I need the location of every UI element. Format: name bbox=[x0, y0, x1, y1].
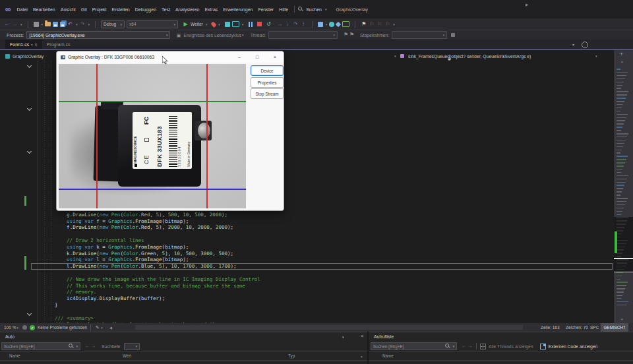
chevron-down-icon[interactable]: ▾ bbox=[326, 22, 328, 26]
chevron-down-icon[interactable]: ▾ bbox=[595, 54, 597, 58]
undo-icon[interactable]: ↶ bbox=[67, 20, 73, 28]
flag-icon[interactable]: ⚑ bbox=[343, 32, 349, 39]
thread-dropdown[interactable]: ▾ bbox=[268, 31, 338, 39]
show-all-threads-button[interactable]: Alle Threads anzeigen bbox=[489, 344, 533, 349]
settings-gear-icon[interactable] bbox=[582, 42, 588, 48]
code-line[interactable]: ic4Display.DisplayBuffer(buffer); bbox=[31, 295, 613, 302]
code-line[interactable]: // memory. bbox=[31, 289, 613, 295]
code-line[interactable] bbox=[31, 309, 613, 315]
scroll-up-icon[interactable]: ▴ bbox=[361, 354, 363, 358]
code-line[interactable]: /// <summary> bbox=[31, 315, 613, 322]
column-name[interactable]: Name bbox=[9, 353, 20, 358]
tab-form1cs[interactable]: Form1.cs ● × bbox=[5, 40, 42, 49]
cursor-tool-icon[interactable] bbox=[336, 21, 341, 26]
close-icon[interactable]: × bbox=[35, 42, 38, 47]
code-line[interactable]: f.DrawLine(new Pen(Color.Red, 5), 2000, … bbox=[31, 224, 613, 231]
menu-projekt[interactable]: Projekt bbox=[90, 7, 109, 12]
menu-extras[interactable]: Extras bbox=[202, 7, 220, 12]
callstack-panel-header[interactable]: Aufrufliste bbox=[369, 332, 633, 341]
bookmark-icon[interactable]: ⚑ bbox=[361, 20, 367, 28]
forward-icon[interactable]: → bbox=[90, 343, 96, 350]
lifecycle-events-icon[interactable]: ▣ bbox=[175, 32, 181, 39]
flag-threads-icon[interactable]: ⚑ bbox=[349, 32, 355, 39]
code-line[interactable]: using var k = Graphics.FromImage(bitmap)… bbox=[31, 244, 613, 251]
scroll-right-icon[interactable]: ▶ bbox=[526, 0, 528, 9]
graphic-overlay-window[interactable]: Graphic Overlay : DFK 33GP006 06610063 –… bbox=[56, 51, 284, 211]
menu-erstellen[interactable]: Erstellen bbox=[109, 7, 132, 12]
restart-icon[interactable]: ↺ bbox=[266, 20, 272, 28]
minimap[interactable]: + ▴ ▾ bbox=[614, 50, 633, 323]
save-icon[interactable] bbox=[53, 22, 58, 27]
breadcrumb-project[interactable]: GraphicOverlay bbox=[13, 54, 44, 59]
lifecycle-events-dropdown[interactable]: Ereignisse des Lebenszyklus bbox=[183, 33, 241, 38]
menu-ansicht[interactable]: Ansicht bbox=[58, 7, 78, 12]
tab-programcs[interactable]: Program.cs bbox=[42, 40, 75, 49]
minimize-icon[interactable]: – bbox=[233, 53, 245, 61]
menu-test[interactable]: Test bbox=[159, 7, 173, 12]
step-over-icon[interactable]: ↷ bbox=[293, 20, 299, 28]
app-window-icon[interactable] bbox=[225, 22, 230, 27]
continue-play-icon[interactable]: ▶ bbox=[183, 20, 189, 28]
horizontal-scrollbar[interactable] bbox=[135, 325, 523, 330]
chevron-down-icon[interactable]: ▾ bbox=[342, 335, 344, 339]
code-line[interactable]: // This works fine, because buffer and b… bbox=[31, 283, 613, 289]
code-line[interactable]: using var l = Graphics.FromImage(bitmap)… bbox=[31, 257, 613, 263]
chevron-down-icon[interactable]: ▾ bbox=[218, 22, 220, 26]
scroll-left-icon[interactable]: ◀ bbox=[109, 326, 112, 330]
menu-hilfe[interactable]: Hilfe bbox=[276, 7, 291, 12]
stackframe-dropdown[interactable]: ▾ bbox=[392, 31, 447, 39]
show-next-statement-icon[interactable]: → bbox=[277, 20, 283, 28]
code-line[interactable]: // Draw 2 horizontal lines bbox=[31, 237, 613, 244]
chevron-down-icon[interactable]: ▾ bbox=[42, 22, 44, 26]
chevron-down-icon[interactable]: ▾ bbox=[16, 326, 18, 330]
fold-chevron-icon[interactable] bbox=[27, 106, 32, 111]
code-line[interactable] bbox=[31, 270, 613, 276]
shield-icon[interactable] bbox=[329, 22, 334, 27]
camera-live-view[interactable]: IMAGINGSOURCE CE FC DFK 33UX183 33910094… bbox=[59, 64, 246, 208]
maximize-icon[interactable]: □ bbox=[251, 53, 263, 61]
forward-icon[interactable]: → bbox=[467, 343, 473, 350]
visual-studio-logo-icon[interactable]: ∞ bbox=[5, 0, 11, 18]
column-name[interactable]: Name bbox=[382, 353, 394, 358]
search-depth-dropdown[interactable]: ▾ bbox=[124, 343, 140, 350]
code-line[interactable]: g.DrawLine(new Pen(Color.Red, 5), 500, 1… bbox=[31, 212, 613, 218]
platform-dropdown[interactable]: x64▾ bbox=[127, 20, 178, 28]
chevron-down-icon[interactable]: ▾ bbox=[20, 22, 22, 26]
nav-back-icon[interactable]: ← bbox=[4, 20, 10, 28]
new-item-icon[interactable] bbox=[34, 22, 39, 27]
menu-git[interactable]: Git bbox=[78, 7, 90, 12]
open-folder-icon[interactable] bbox=[45, 22, 51, 26]
show-external-code-button[interactable]: Externen Code anzeigen bbox=[549, 344, 598, 349]
overlay-window-titlebar[interactable]: Graphic Overlay : DFK 33GP006 06610063 bbox=[57, 51, 284, 63]
close-icon[interactable]: × bbox=[269, 53, 281, 61]
device-button[interactable]: Device bbox=[251, 65, 284, 76]
chevron-down-icon[interactable]: ▾ bbox=[76, 22, 78, 26]
properties-button[interactable]: Properties bbox=[251, 77, 284, 88]
stop-debugging-icon[interactable] bbox=[257, 22, 262, 26]
step-out-icon[interactable]: ↑ bbox=[301, 20, 307, 28]
fold-chevron-icon[interactable] bbox=[27, 149, 32, 154]
pause-icon[interactable] bbox=[249, 22, 253, 27]
sync-icon[interactable] bbox=[22, 325, 27, 330]
search-icon[interactable] bbox=[298, 7, 303, 12]
code-line[interactable]: using var f = Graphics.FromImage(bitmap)… bbox=[31, 218, 613, 225]
chevron-down-icon[interactable]: ▾ bbox=[242, 22, 244, 26]
autos-panel-header[interactable]: Auto ▾ × bbox=[0, 332, 367, 341]
save-all-icon[interactable] bbox=[60, 22, 65, 27]
code-line[interactable] bbox=[31, 231, 613, 237]
fold-chevron-icon[interactable] bbox=[27, 63, 32, 68]
continue-button[interactable]: Weiter bbox=[191, 22, 203, 26]
menu-datei[interactable]: Datei bbox=[15, 7, 30, 12]
breadcrumb-member[interactable]: sink_FramesQueued(object? sender, QueueS… bbox=[408, 54, 531, 59]
menu-fenster[interactable]: Fenster bbox=[255, 7, 276, 12]
browser-link-icon[interactable] bbox=[232, 21, 239, 27]
nav-forward-icon[interactable]: → bbox=[12, 20, 18, 28]
problems-status[interactable]: Keine Probleme gefunden bbox=[38, 325, 87, 330]
hot-reload-icon[interactable] bbox=[210, 21, 217, 28]
chevron-down-icon[interactable]: ▾ bbox=[206, 22, 208, 26]
column-type[interactable]: Typ bbox=[288, 353, 295, 358]
back-icon[interactable]: ← bbox=[84, 343, 90, 350]
code-line[interactable]: l.DrawLine(new Pen(Color.Blue, 5), 10, 1… bbox=[31, 263, 613, 270]
menu-analysieren[interactable]: Analysieren bbox=[173, 7, 202, 12]
solution-config-dropdown[interactable]: Debug▾ bbox=[101, 20, 125, 28]
